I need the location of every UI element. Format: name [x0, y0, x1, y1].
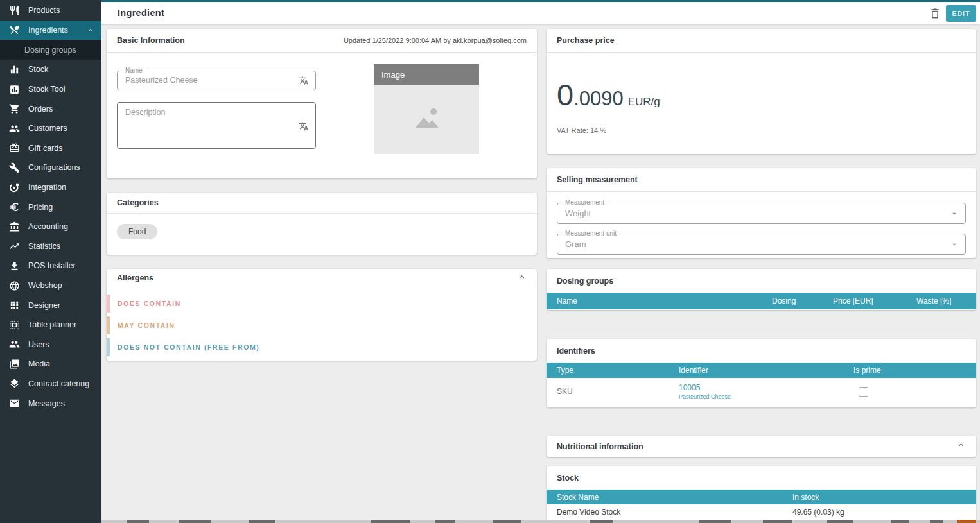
top-bar: Ingredient EDIT: [0, 0, 980, 24]
categories-title: Categories: [117, 198, 159, 207]
sidebar-item-integration[interactable]: Integration: [0, 178, 101, 198]
sidebar-item-label: Contract catering: [28, 379, 89, 388]
sidebar-item-label: Gift cards: [28, 144, 63, 153]
left-column: Basic Information Updated 1/25/2022 9:00…: [107, 29, 537, 361]
sidebar-item-statistics[interactable]: Statistics: [0, 237, 101, 257]
page-title: Ingredient: [118, 8, 164, 18]
sidebar-item-label: Accounting: [28, 222, 68, 231]
stock-table-header: Stock Name In stock: [547, 490, 976, 504]
sidebar-item-label: Stock Tool: [28, 85, 65, 94]
image-panel-header: Image: [374, 64, 479, 85]
sidebar-item-label: Messages: [28, 399, 65, 408]
sidebar-item-label: Statistics: [28, 242, 60, 251]
is-prime-checkbox[interactable]: [859, 387, 868, 397]
price-value: 0 .0090 EUR/g: [557, 77, 966, 112]
image-panel[interactable]: Image: [374, 64, 479, 154]
name-input[interactable]: Name Pasteurized Cheese: [117, 71, 316, 90]
allergen-section-does-contain[interactable]: DOES CONTAIN: [107, 295, 537, 313]
selling-measurement-title: Selling measurement: [557, 175, 638, 184]
background-window-sliver: [101, 520, 980, 523]
globe-icon: [9, 280, 20, 291]
download-icon: [9, 261, 20, 271]
sidebar-item-designer[interactable]: Designer: [0, 295, 101, 315]
sidebar-item-products[interactable]: Products: [0, 1, 101, 21]
vat-rate: VAT Rate: 14 %: [557, 126, 966, 134]
sidebar: Products Ingredients Dosing groups Stock…: [0, 0, 101, 523]
measurement-select[interactable]: Measurement Weight: [557, 203, 966, 224]
sidebar-item-pricing[interactable]: Pricing: [0, 197, 101, 217]
updated-timestamp: Updated 1/25/2022 9:00:04 AM by aki.korp…: [344, 37, 527, 44]
right-column: Purchase price 0 .0090 EUR/g VAT Rate: 1…: [547, 29, 976, 523]
sidebar-item-ingredients[interactable]: Ingredients: [0, 21, 101, 40]
delete-icon[interactable]: [929, 7, 943, 21]
edit-button[interactable]: EDIT: [946, 5, 976, 22]
sidebar-item-pos-installer[interactable]: POS Installer: [0, 256, 101, 276]
shopping-cart-icon: [9, 103, 20, 114]
allergen-label: MAY CONTAIN: [118, 322, 175, 329]
dropdown-arrow-icon: [950, 209, 959, 221]
identifiers-card: Identifiers Type Identifier Is prime SKU…: [547, 339, 976, 407]
measurement-select-label: Measurement: [563, 199, 607, 206]
column-header: Name: [557, 296, 772, 305]
restaurant-icon: [9, 5, 20, 16]
chevron-up-icon: [86, 26, 95, 35]
sidebar-item-label: Media: [28, 359, 50, 368]
bar-chart-icon: [9, 64, 20, 75]
sidebar-item-accounting[interactable]: Accounting: [0, 217, 101, 237]
sidebar-item-users[interactable]: Users: [0, 335, 101, 355]
category-chip[interactable]: Food: [117, 224, 157, 239]
sidebar-item-label: Users: [28, 340, 49, 349]
sidebar-item-customers[interactable]: Customers: [0, 119, 101, 139]
table-row: SKU 10005 Pasteurized Cheese: [547, 378, 976, 405]
identifiers-table-header: Type Identifier Is prime: [547, 363, 976, 378]
identifier-link[interactable]: 10005: [679, 383, 853, 392]
measurement-unit-select[interactable]: Measurement unit Gram: [557, 234, 966, 255]
column-header: In stock: [792, 493, 966, 502]
sidebar-item-label: Customers: [28, 124, 67, 133]
measurement-unit-select-value: Gram: [557, 234, 965, 254]
basic-information-title: Basic Information: [117, 36, 185, 45]
table-row: Demo Video Stock 49.65 (0.03) kg: [547, 504, 976, 520]
sidebar-item-configurations[interactable]: Configurations: [0, 158, 101, 178]
sidebar-subitem-dosing-groups[interactable]: Dosing groups: [0, 40, 101, 60]
sidebar-item-messages[interactable]: Messages: [0, 393, 101, 413]
sidebar-item-stock-tool[interactable]: Stock Tool: [0, 80, 101, 99]
sidebar-item-orders[interactable]: Orders: [0, 99, 101, 119]
identifiers-title: Identifiers: [557, 347, 595, 356]
people-icon: [9, 339, 20, 350]
allergen-section-may-contain[interactable]: MAY CONTAIN: [107, 316, 537, 334]
translate-icon[interactable]: [299, 76, 309, 86]
sidebar-item-stock[interactable]: Stock: [0, 60, 101, 80]
allergen-section-does-not-contain[interactable]: DOES NOT CONTAIN (FREE FROM): [107, 338, 537, 356]
column-header: Is prime: [853, 366, 966, 375]
chevron-up-icon[interactable]: [956, 440, 966, 452]
sidebar-item-media[interactable]: Media: [0, 354, 101, 374]
column-header: Identifier: [679, 366, 853, 375]
dosing-groups-title: Dosing groups: [557, 277, 613, 286]
sidebar-item-table-planner[interactable]: Table planner: [0, 315, 101, 335]
integration-icon: [9, 182, 20, 193]
wrench-icon: [9, 162, 20, 173]
chevron-up-icon[interactable]: [517, 272, 527, 284]
sidebar-item-webshop[interactable]: Webshop: [0, 276, 101, 296]
sidebar-item-label: Stock: [28, 65, 48, 74]
sidebar-item-gift-cards[interactable]: Gift cards: [0, 139, 101, 159]
email-icon: [9, 398, 20, 409]
stock-title: Stock: [557, 474, 579, 483]
name-input-value: Pasteurized Cheese: [118, 71, 315, 90]
dropdown-arrow-icon: [950, 240, 959, 252]
selling-measurement-card: Selling measurement Measurement Weight M…: [547, 168, 976, 258]
sidebar-item-contract-catering[interactable]: Contract catering: [0, 374, 101, 394]
column-header: Stock Name: [557, 493, 792, 502]
translate-icon[interactable]: [299, 121, 309, 132]
column-header: Type: [557, 366, 679, 375]
select-all-icon: [9, 320, 20, 330]
sidebar-item-label: Table planner: [28, 320, 76, 329]
photo-library-icon: [9, 359, 20, 370]
layers-icon: [9, 378, 20, 389]
bank-icon: [9, 221, 20, 232]
description-input[interactable]: Description: [117, 102, 316, 149]
sidebar-item-label: POS Installer: [28, 261, 76, 270]
dosing-groups-table-header: Name Dosing Price [EUR] Waste [%]: [547, 293, 976, 309]
categories-card: Categories Food: [107, 193, 537, 255]
